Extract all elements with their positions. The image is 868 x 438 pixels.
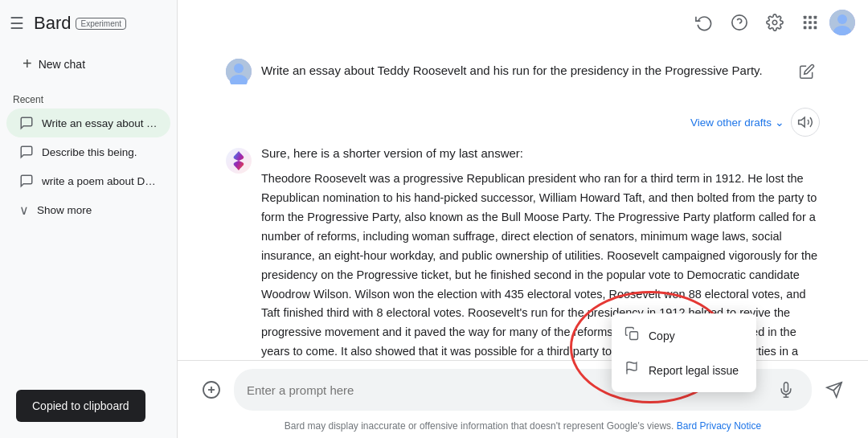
- experiment-badge: Experiment: [76, 18, 126, 30]
- svg-rect-11: [814, 27, 817, 30]
- svg-point-0: [732, 15, 747, 30]
- user-message: Write an essay about Teddy Roosevelt and…: [226, 59, 820, 88]
- settings-icon[interactable]: [759, 6, 791, 39]
- attach-button[interactable]: [197, 375, 226, 404]
- hamburger-icon[interactable]: ☰: [10, 14, 24, 33]
- dropdown-menu: Copy Report legal issue: [612, 313, 756, 392]
- input-area: [178, 360, 868, 417]
- user-avatar: [226, 59, 252, 84]
- chevron-down-icon: ∨: [19, 203, 29, 218]
- svg-rect-31: [630, 332, 638, 340]
- sidebar-item-0[interactable]: Write an essay about Teddy Ro...: [6, 108, 170, 137]
- help-icon[interactable]: [723, 6, 755, 39]
- svg-point-2: [772, 20, 777, 25]
- svg-rect-9: [804, 27, 807, 30]
- svg-rect-7: [809, 21, 812, 24]
- view-drafts-button[interactable]: View other drafts ⌄: [690, 116, 784, 129]
- svg-rect-8: [814, 21, 817, 24]
- show-more-label: Show more: [37, 204, 92, 216]
- svg-rect-5: [814, 16, 817, 19]
- avatar[interactable]: [829, 10, 855, 35]
- svg-point-13: [837, 14, 847, 24]
- app-title: Bard: [34, 13, 71, 34]
- copy-menu-item[interactable]: Copy: [612, 318, 756, 353]
- volume-icon[interactable]: [791, 108, 820, 137]
- flag-icon: [624, 361, 639, 379]
- edit-icon[interactable]: [794, 59, 820, 88]
- main-content: Write an essay about Teddy Roosevelt and…: [177, 0, 868, 438]
- chat-icon-2: [19, 174, 34, 188]
- toast-notification: Copied to clipboard: [16, 390, 145, 422]
- user-message-text: Write an essay about Teddy Roosevelt and…: [261, 59, 784, 77]
- new-chat-label: New chat: [39, 58, 85, 71]
- toast-text: Copied to clipboard: [32, 399, 129, 412]
- apps-icon[interactable]: [794, 6, 826, 39]
- mic-icon[interactable]: [773, 377, 799, 403]
- bard-logo: Bard Experiment: [34, 13, 126, 34]
- show-more-button[interactable]: ∨ Show more: [6, 195, 170, 225]
- chevron-icon: ⌄: [775, 116, 784, 129]
- footer-text: Bard may display inaccurate or offensive…: [285, 420, 674, 432]
- chat-icon-1: [19, 145, 34, 159]
- send-button[interactable]: [820, 375, 849, 404]
- footer: Bard may display inaccurate or offensive…: [178, 417, 868, 438]
- report-label: Report legal issue: [649, 364, 739, 377]
- copy-label: Copy: [649, 330, 675, 342]
- svg-point-16: [234, 63, 244, 73]
- chat-area: Write an essay about Teddy Roosevelt and…: [178, 46, 868, 360]
- bard-icon: [226, 148, 252, 174]
- view-drafts-bar: View other drafts ⌄: [226, 104, 820, 146]
- svg-rect-3: [804, 16, 807, 19]
- history-icon[interactable]: [688, 6, 720, 39]
- chat-icon: [19, 116, 34, 130]
- svg-rect-6: [804, 21, 807, 24]
- copy-icon: [624, 326, 639, 345]
- sidebar-item-1[interactable]: Describe this being.: [6, 137, 170, 166]
- bard-intro: Sure, here is a shorter version of my la…: [261, 146, 820, 160]
- privacy-link[interactable]: Bard Privacy Notice: [677, 420, 761, 432]
- svg-marker-18: [799, 117, 805, 127]
- sidebar-item-text-0: Write an essay about Teddy Ro...: [42, 117, 158, 129]
- view-drafts-label: View other drafts: [690, 117, 772, 129]
- plus-icon: +: [23, 55, 32, 73]
- sidebar-item-text-2: write a poem about Doctor Who: [42, 175, 158, 187]
- sidebar-item-2[interactable]: write a poem about Doctor Who: [6, 166, 170, 195]
- report-menu-item[interactable]: Report legal issue: [612, 353, 756, 387]
- recent-label: Recent: [0, 88, 177, 108]
- svg-rect-4: [809, 16, 812, 19]
- topbar: [178, 0, 868, 46]
- sidebar-item-text-1: Describe this being.: [42, 146, 137, 158]
- new-chat-button[interactable]: + New chat: [10, 47, 167, 81]
- sidebar-header: ☰ Bard Experiment: [0, 6, 177, 40]
- svg-rect-10: [809, 27, 812, 30]
- sidebar: ☰ Bard Experiment + New chat Recent Writ…: [0, 0, 177, 438]
